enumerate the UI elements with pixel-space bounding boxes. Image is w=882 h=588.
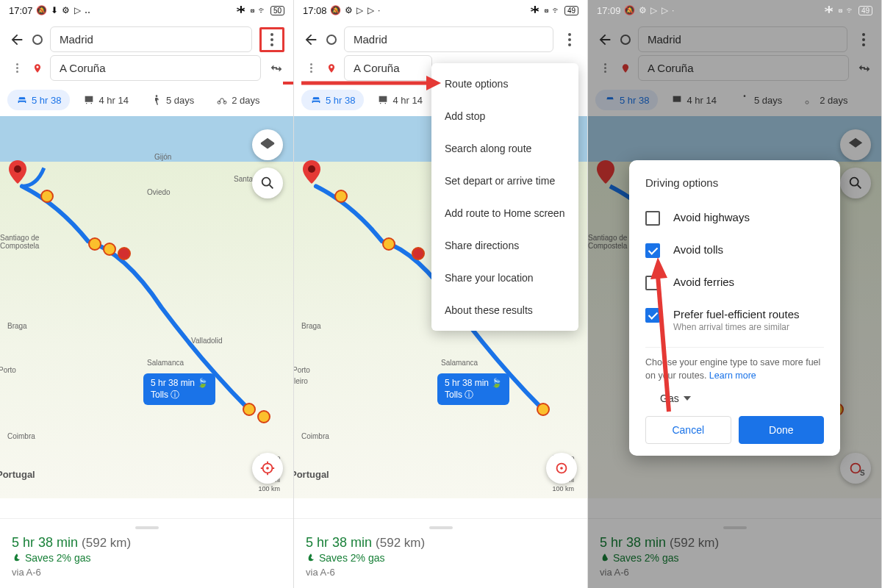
route-tolls-label: Tolls [445,390,462,400]
svg-line-16 [658,276,669,412]
construction-icon [382,237,395,251]
clock-text: 17:07 [9,5,33,16]
mode-bike-chip[interactable]: 2 days [207,90,268,110]
learn-more-link[interactable]: Learn more [709,370,756,381]
menu-route-options[interactable]: Route options [431,68,578,100]
label-avoid-tolls: Avoid tolls [673,243,723,256]
origin-pin-icon [303,160,320,184]
leaf-icon [306,553,316,563]
svg-marker-17 [650,257,667,279]
origin-pin-icon [9,160,26,184]
route-summary-sheet[interactable]: 5 hr 38 min (592 km) Saves 2% gas via A-… [0,518,293,588]
car-icon [310,94,322,106]
map-scale-label: 100 km [552,485,574,492]
menu-share-location[interactable]: Share your location [431,262,578,294]
annotation-arrow [647,257,676,419]
car-icon [16,94,28,106]
sheet-handle[interactable] [429,526,453,529]
battery-indicator: 49 [858,6,872,15]
mode-car-chip[interactable]: 5 hr 38 [7,90,70,110]
summary-fuel-savings: Saves 2% gas [319,552,385,564]
origin-input[interactable]: Madrid [344,26,553,52]
summary-via: via A-6 [12,567,282,578]
route-line [0,116,293,498]
status-sys-icons: ✱ ⌧ ᯤ [531,5,562,15]
mode-transit-chip[interactable]: 4 hr 14 [74,90,137,110]
origin-input[interactable]: Madrid [50,26,252,52]
alert-icon [412,247,425,260]
crosshair-icon [259,460,276,476]
clock-text: 17:09 [597,5,621,16]
status-bar: 17:08 🔕 ⚙ ▷ ▷ · ✱ ⌧ ᯤ 49 [294,0,587,21]
back-icon[interactable] [9,32,25,48]
mode-walk-chip[interactable]: 5 days [142,90,203,110]
construction-icon [537,403,550,416]
dialog-title: Driving options [645,176,824,189]
mode-car-label: 5 hr 38 [326,95,355,106]
label-avoid-ferries: Avoid ferries [673,276,734,288]
recenter-button[interactable] [252,453,283,484]
destination-pin-icon [32,62,43,75]
layers-icon [259,137,276,153]
route-summary-sheet[interactable]: 5 hr 38 min (592 km) Saves 2% gas via A-… [294,518,587,588]
mode-transit-label: 4 hr 14 [98,95,128,106]
alert-icon [118,247,131,260]
route-duration-label: 5 hr 38 min [151,378,195,388]
menu-share-directions[interactable]: Share directions [431,229,578,262]
chevron-down-icon [684,396,691,401]
summary-distance: (592 km) [82,536,131,550]
transit-icon [377,94,389,106]
option-avoid-highways[interactable]: Avoid highways [645,202,824,234]
map-city-label: Porto [294,366,310,374]
back-icon[interactable] [303,32,319,48]
done-button[interactable]: Done [739,416,825,444]
menu-add-stop[interactable]: Add stop [431,100,578,132]
origin-marker-icon [32,35,43,45]
leaf-icon [12,553,22,563]
map-city-label: Salamanca [147,359,184,367]
more-options-icon[interactable] [561,31,578,49]
search-icon [259,175,276,191]
origin-marker-icon [326,35,337,45]
map-search-button[interactable] [252,168,283,198]
label-fuel-efficient: Prefer fuel-efficient routes [673,308,799,320]
destination-input[interactable]: A Coruña [50,55,261,81]
phone-panel-2: 17:08 🔕 ⚙ ▷ ▷ · ✱ ⌧ ᯤ 49 Madrid A Coruña… [294,0,588,588]
recenter-button[interactable] [546,453,577,484]
layers-button[interactable] [252,129,283,160]
menu-about-results[interactable]: About these results [431,294,578,326]
route-info-badge[interactable]: 5 hr 38 min 🍃 Tolls ⓘ [143,373,215,405]
map-view[interactable]: 5 hr 38 min 🍃 Tolls ⓘ Gijón Oviedo Santa… [0,116,293,498]
bike-icon [216,94,228,106]
map-city-label: Coimbra [7,432,35,440]
more-options-icon[interactable] [263,31,281,49]
svg-point-0 [156,95,158,97]
menu-add-home[interactable]: Add route to Home screen [431,197,578,229]
mode-bike-label: 2 days [232,95,259,106]
engine-type-select[interactable]: Gas [660,392,824,404]
summary-distance: (592 km) [376,536,425,550]
summary-fuel-savings: Saves 2% gas [25,552,91,564]
crosshair-icon [553,460,570,476]
map-city-label: Oviedo [147,188,171,196]
checkbox-avoid-tolls[interactable] [645,243,660,258]
status-notif-icons: 🔕 ⚙ ▷ ▷ · [624,5,675,15]
svg-marker-11 [426,76,441,90]
status-notif-icons: 🔕 ⬇ ⚙ ▷ ‥ [36,5,91,15]
swap-icon[interactable] [268,60,284,76]
sublabel-fuel-efficient: When arrival times are similar [673,322,799,332]
status-sys-icons: ✱ ⌧ ᯤ [825,5,856,15]
map-city-label: Coimbra [301,432,329,440]
walk-icon [151,94,162,106]
cancel-button[interactable]: Cancel [645,416,731,444]
checkbox-avoid-highways[interactable] [645,211,660,226]
menu-search-along[interactable]: Search along route [431,132,578,165]
menu-set-time[interactable]: Set depart or arrive time [431,165,578,197]
svg-point-4 [262,178,270,186]
construction-icon [334,190,348,203]
route-info-badge[interactable]: 5 hr 38 min 🍃 Tolls ⓘ [437,373,509,405]
sheet-handle[interactable] [135,526,159,529]
construction-icon [257,410,270,423]
annotation-arrow [301,72,441,94]
route-connector-icon [9,63,25,73]
